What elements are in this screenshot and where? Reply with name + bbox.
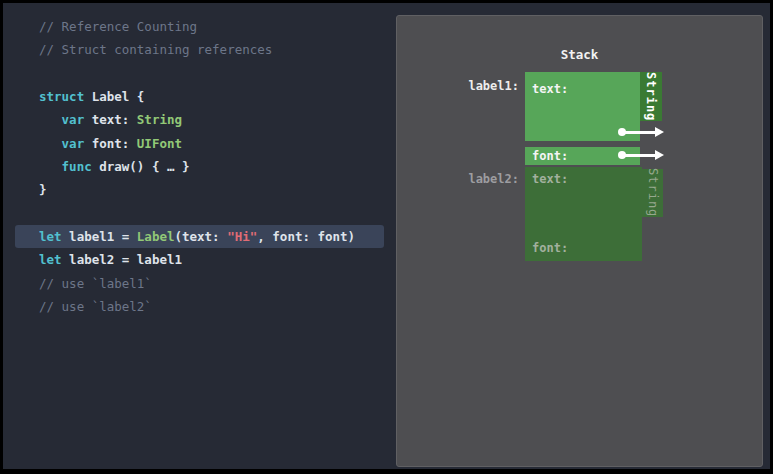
arrow-shaft (622, 131, 656, 134)
code-token: Label { (84, 89, 144, 104)
code-token: // use `label1` (39, 276, 152, 291)
code-token: struct (39, 89, 84, 104)
label2-text-field-label: text: (532, 172, 642, 186)
label2-font-field-label: font: (532, 241, 642, 255)
code-token: var (62, 136, 85, 151)
label1-string-type-label: String (640, 72, 662, 121)
code-line: let label2 = label1 (15, 248, 384, 271)
code-line (15, 62, 384, 85)
label2-struct-cell: text: font: (525, 167, 642, 261)
code-line: struct Label { (15, 85, 384, 108)
code-token: , font: font) (257, 229, 355, 244)
code-line: // Reference Counting (15, 15, 384, 38)
code-line: } (15, 178, 384, 201)
code-line (15, 202, 384, 225)
code-token: String (137, 112, 182, 127)
slide-background: // Reference Counting// Struct containin… (3, 3, 770, 469)
code-token: UIFont (137, 136, 182, 151)
label2-string-type-tag: String (642, 169, 663, 217)
arrow-head (655, 127, 664, 137)
code-line: // use `label1` (15, 272, 384, 295)
code-token: var (62, 112, 85, 127)
code-token: // Struct containing references (39, 42, 272, 57)
code-token: // use `label2` (39, 299, 152, 314)
code-line: // Struct containing references (15, 38, 384, 61)
code-line: var font: UIFont (15, 132, 384, 155)
stack-title: Stack (397, 47, 762, 62)
code-token: } (39, 182, 47, 197)
code-token: func (62, 159, 92, 174)
label2-variable-name: label2: (468, 172, 519, 186)
arrow-head (655, 150, 664, 160)
code-token (39, 112, 62, 127)
label1-text-field-label: text: (532, 82, 568, 96)
code-token (39, 159, 62, 174)
label1-string-type-tag: String (640, 72, 662, 121)
code-token: Label (137, 229, 175, 244)
label1-text-reference-arrow (618, 128, 664, 136)
code-token: draw() { … } (92, 159, 190, 174)
code-token: let (39, 252, 62, 267)
code-token (39, 136, 62, 151)
label1-variable-name: label1: (468, 79, 519, 93)
code-token: let (39, 229, 62, 244)
code-token: label2 = label1 (62, 252, 182, 267)
label1-font-reference-arrow (618, 151, 664, 159)
stack-diagram-panel: Stack label1: text: String font: label2:… (396, 15, 763, 467)
label2-string-type-label: String (642, 169, 663, 217)
code-line: // use `label2` (15, 295, 384, 318)
code-editor: // Reference Counting// Struct containin… (15, 15, 384, 318)
code-token: label1 = (62, 229, 137, 244)
label1-font-field-label: font: (532, 149, 568, 163)
code-token: (text: (174, 229, 227, 244)
code-line: var text: String (15, 108, 384, 131)
code-token: font: (84, 136, 137, 151)
code-token: text: (84, 112, 137, 127)
code-line-highlighted: let label1 = Label(text: "Hi", font: fon… (15, 225, 384, 248)
code-token: "Hi" (227, 229, 257, 244)
arrow-shaft (622, 154, 656, 157)
code-line: func draw() { … } (15, 155, 384, 178)
code-token: // Reference Counting (39, 19, 197, 34)
